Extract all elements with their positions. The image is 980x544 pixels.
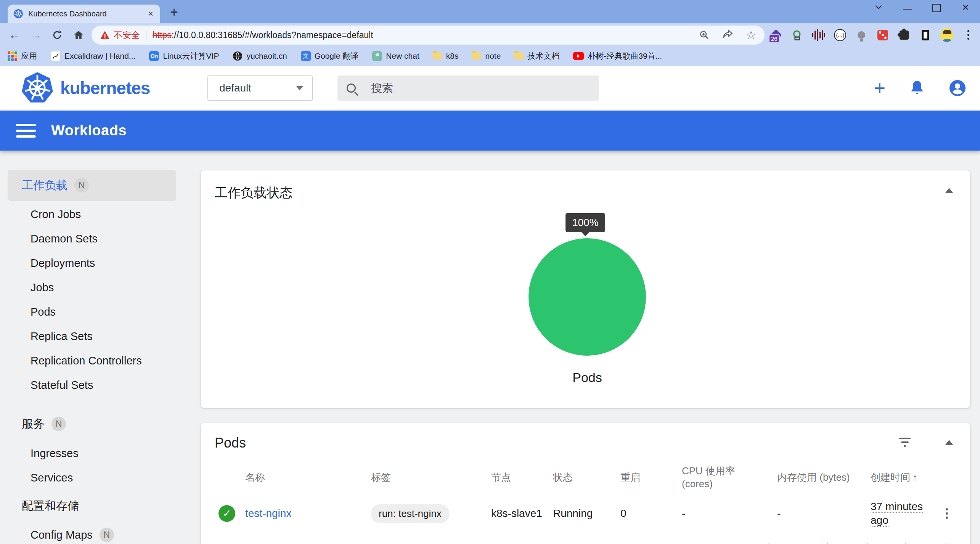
- sidebar-item-replica-sets[interactable]: Replica Sets: [0, 324, 190, 348]
- security-warning-icon[interactable]: [100, 30, 110, 40]
- omnibox-divider: [146, 30, 146, 40]
- browser-profile-avatar[interactable]: [940, 29, 953, 42]
- apps-grid-icon: [8, 51, 17, 61]
- column-status[interactable]: 状态: [547, 471, 614, 484]
- bookmark-folder-note[interactable]: note: [472, 51, 501, 61]
- collapse-card-icon[interactable]: [945, 440, 953, 445]
- pagination-range: 1 – 1 of 1: [737, 542, 778, 544]
- sidebar-item-deployments[interactable]: Deployments: [0, 251, 190, 275]
- bookmark-youtube-pushu[interactable]: 朴树-经典歌曲39首...: [573, 51, 662, 61]
- address-bar[interactable]: 不安全 https ://10.0.0.80:31685/#/workloads…: [92, 26, 765, 45]
- pods-pie-chart[interactable]: [529, 238, 646, 356]
- share-icon[interactable]: [722, 29, 733, 41]
- reload-button[interactable]: [47, 23, 67, 47]
- tab-title: Kubernetes Dashboard: [28, 10, 146, 18]
- pods-card: Pods 名称 标签 节点 状态 重启 CPU 使用率(cores) 内存使用 …: [201, 423, 970, 544]
- search-box[interactable]: [337, 75, 599, 101]
- pod-memory: -: [771, 507, 864, 520]
- menu-hamburger-icon[interactable]: [16, 124, 36, 138]
- youtube-icon: [573, 52, 584, 60]
- url-scheme: https: [153, 30, 172, 40]
- extension-frame-icon[interactable]: [919, 29, 932, 42]
- zoom-indicator-icon[interactable]: [699, 30, 709, 40]
- sidebar-item-daemon-sets[interactable]: Daemon Sets: [0, 226, 190, 251]
- running-check-icon: ✓: [218, 505, 235, 522]
- last-page-icon[interactable]: [940, 541, 953, 544]
- notifications-bell-icon[interactable]: [909, 80, 925, 96]
- minimize-button[interactable]: —: [893, 0, 922, 15]
- pod-node: k8s-slave1: [485, 507, 547, 520]
- kubernetes-brand[interactable]: kubernetes: [20, 71, 150, 106]
- back-button[interactable]: ←: [5, 23, 24, 47]
- bookmark-folder-k8s[interactable]: k8s: [433, 51, 459, 61]
- bookmark-new-chat[interactable]: *New chat: [372, 51, 419, 61]
- bookmark-yuchaoit[interactable]: yuchaoit.cn: [233, 51, 287, 61]
- sidebar-item-config-maps[interactable]: Config Maps N: [0, 523, 190, 544]
- column-created[interactable]: 创建时间↑: [864, 471, 937, 484]
- sidebar-item-stateful-sets[interactable]: Stateful Sets: [0, 373, 190, 397]
- new-tab-button[interactable]: +: [170, 5, 178, 19]
- search-input[interactable]: [371, 82, 590, 95]
- pod-name-link[interactable]: test-nginx: [245, 507, 291, 519]
- forward-button[interactable]: →: [26, 23, 46, 47]
- next-page-icon[interactable]: [900, 541, 913, 544]
- sidebar-item-cron-jobs[interactable]: Cron Jobs: [0, 202, 190, 226]
- pods-table-header: 名称 标签 节点 状态 重启 CPU 使用率(cores) 内存使用 (byte…: [201, 463, 970, 492]
- namespace-select[interactable]: default: [207, 75, 313, 101]
- bookmark-google-translate[interactable]: 文Google 翻译: [301, 51, 359, 61]
- column-cpu[interactable]: CPU 使用率(cores): [676, 465, 771, 491]
- extension-dice-icon[interactable]: [876, 29, 889, 42]
- column-memory[interactable]: 内存使用 (bytes): [771, 471, 864, 484]
- sidebar-item-ingresses[interactable]: Ingresses: [0, 441, 190, 465]
- sidebar-item-services-section[interactable]: 服务 N: [0, 409, 190, 438]
- sidebar-item-services[interactable]: Services: [0, 465, 190, 490]
- new-badge: N: [74, 178, 89, 193]
- create-resource-button[interactable]: +: [874, 78, 885, 98]
- previous-page-icon[interactable]: [860, 541, 872, 544]
- row-actions-menu-icon[interactable]: [946, 508, 948, 519]
- browser-titlebar: Kubernetes Dashboard × + — ×: [0, 0, 980, 23]
- column-node[interactable]: 节点: [485, 471, 547, 484]
- maximize-button[interactable]: [922, 0, 951, 15]
- pod-restarts: 0: [614, 507, 676, 520]
- bookmark-apps[interactable]: 应用: [8, 51, 37, 61]
- extension-lightbulb-icon[interactable]: [855, 29, 868, 42]
- new-badge: N: [51, 417, 66, 431]
- tab-close-icon[interactable]: ×: [146, 9, 155, 18]
- collapse-card-icon[interactable]: [945, 188, 953, 193]
- sidebar-item-config-storage-section[interactable]: 配置和存储: [0, 491, 190, 520]
- first-page-icon[interactable]: [819, 541, 832, 544]
- account-icon[interactable]: [949, 79, 966, 97]
- sidebar-item-pods[interactable]: Pods: [0, 300, 190, 324]
- browser-tab[interactable]: Kubernetes Dashboard ×: [8, 5, 160, 23]
- app-toolbar: Workloads: [0, 111, 980, 151]
- not-secure-label[interactable]: 不安全: [114, 29, 140, 41]
- sort-ascending-icon: ↑: [913, 472, 917, 483]
- extension-badge: 26: [769, 34, 780, 43]
- tab-search-chevron-icon[interactable]: [864, 0, 893, 15]
- column-restarts[interactable]: 重启: [614, 471, 676, 484]
- pod-label-chip[interactable]: run: test-nginx: [371, 504, 449, 523]
- column-name[interactable]: 名称: [239, 471, 365, 484]
- chevron-down-icon: [296, 86, 303, 90]
- bookmark-excalidraw[interactable]: Excalidraw | Hand...: [51, 51, 135, 61]
- filter-icon[interactable]: [899, 438, 911, 447]
- extension-loupe-icon[interactable]: [791, 29, 804, 42]
- close-window-button[interactable]: ×: [951, 0, 980, 15]
- extension-waveform-icon[interactable]: [812, 29, 825, 42]
- bookmark-folder-docs[interactable]: 技术文档: [514, 51, 559, 61]
- url-text: ://10.0.0.80:31685/#/workloads?namespace…: [172, 30, 373, 40]
- bookmark-star-icon[interactable]: ☆: [746, 29, 756, 41]
- extensions-puzzle-icon[interactable]: [898, 29, 911, 42]
- new-badge: N: [100, 528, 114, 542]
- pod-table-row[interactable]: ✓ test-nginx run: test-nginx k8s-slave1 …: [201, 492, 970, 535]
- column-labels[interactable]: 标签: [365, 471, 485, 484]
- sidebar-item-replication-controllers[interactable]: Replication Controllers: [0, 348, 190, 373]
- sidebar-item-workloads[interactable]: 工作负载 N: [8, 170, 176, 201]
- extension-stack-icon[interactable]: 26: [770, 29, 782, 42]
- browser-menu-icon[interactable]: [962, 29, 975, 42]
- bookmark-linux-vip[interactable]: OnLinux云计算VIP: [149, 51, 219, 61]
- sidebar-item-jobs[interactable]: Jobs: [0, 275, 190, 300]
- home-button[interactable]: [69, 23, 88, 47]
- extension-braces-icon[interactable]: {…}: [834, 29, 847, 42]
